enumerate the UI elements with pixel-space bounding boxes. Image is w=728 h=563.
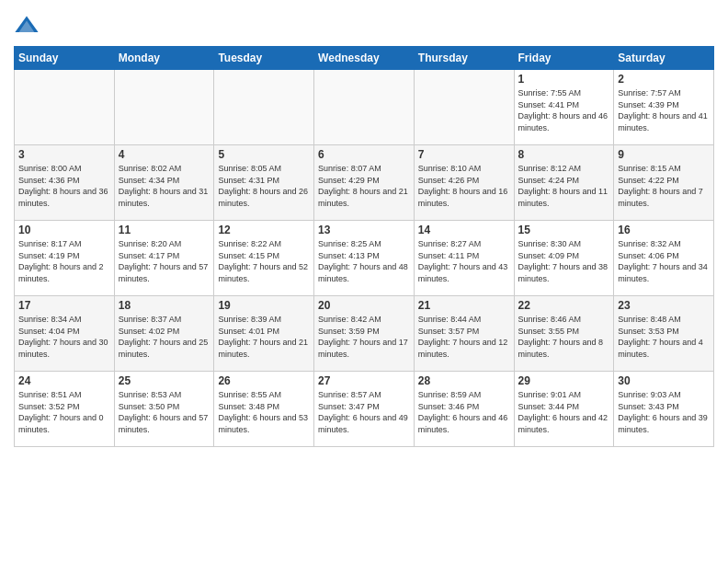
day-info: Sunrise: 9:01 AM Sunset: 3:44 PM Dayligh… [518,389,610,435]
day-info: Sunrise: 8:00 AM Sunset: 4:36 PM Dayligh… [18,163,110,209]
day-info: Sunrise: 8:55 AM Sunset: 3:48 PM Dayligh… [218,389,310,435]
calendar-cell: 4Sunrise: 8:02 AM Sunset: 4:34 PM Daylig… [114,145,214,221]
day-number: 28 [418,374,510,387]
calendar-cell: 2Sunrise: 7:57 AM Sunset: 4:39 PM Daylig… [614,70,714,145]
calendar-cell: 3Sunrise: 8:00 AM Sunset: 4:36 PM Daylig… [15,145,115,221]
day-info: Sunrise: 8:27 AM Sunset: 4:11 PM Dayligh… [418,238,510,284]
calendar-cell: 22Sunrise: 8:46 AM Sunset: 3:55 PM Dayli… [514,296,614,372]
weekday-header: Wednesday [314,47,415,70]
logo-icon [14,13,40,39]
day-info: Sunrise: 8:48 AM Sunset: 3:53 PM Dayligh… [618,314,710,360]
calendar-cell: 21Sunrise: 8:44 AM Sunset: 3:57 PM Dayli… [414,296,514,372]
calendar-cell: 25Sunrise: 8:53 AM Sunset: 3:50 PM Dayli… [114,372,214,447]
day-number: 23 [618,299,710,312]
calendar-cell: 30Sunrise: 9:03 AM Sunset: 3:43 PM Dayli… [614,372,714,447]
day-number: 30 [618,374,710,387]
day-info: Sunrise: 8:17 AM Sunset: 4:19 PM Dayligh… [18,238,110,284]
calendar-cell: 11Sunrise: 8:20 AM Sunset: 4:17 PM Dayli… [114,221,214,296]
calendar-row: 3Sunrise: 8:00 AM Sunset: 4:36 PM Daylig… [15,145,714,221]
day-number: 1 [518,73,610,86]
day-info: Sunrise: 8:46 AM Sunset: 3:55 PM Dayligh… [518,314,610,360]
day-number: 4 [119,148,210,161]
calendar-cell: 13Sunrise: 8:25 AM Sunset: 4:13 PM Dayli… [314,221,415,296]
day-number: 29 [518,374,610,387]
calendar-cell: 23Sunrise: 8:48 AM Sunset: 3:53 PM Dayli… [614,296,714,372]
day-number: 25 [119,374,210,387]
day-number: 22 [518,299,610,312]
calendar-cell: 19Sunrise: 8:39 AM Sunset: 4:01 PM Dayli… [214,296,314,372]
calendar-cell: 7Sunrise: 8:10 AM Sunset: 4:26 PM Daylig… [414,145,514,221]
day-info: Sunrise: 8:57 AM Sunset: 3:47 PM Dayligh… [318,389,410,435]
calendar-cell: 14Sunrise: 8:27 AM Sunset: 4:11 PM Dayli… [414,221,514,296]
calendar-cell: 18Sunrise: 8:37 AM Sunset: 4:02 PM Dayli… [114,296,214,372]
day-number: 24 [18,374,110,387]
day-info: Sunrise: 7:55 AM Sunset: 4:41 PM Dayligh… [518,87,610,133]
weekday-header: Saturday [614,47,714,70]
day-info: Sunrise: 8:37 AM Sunset: 4:02 PM Dayligh… [119,314,210,360]
day-info: Sunrise: 8:20 AM Sunset: 4:17 PM Dayligh… [119,238,210,284]
day-number: 12 [218,224,310,236]
day-info: Sunrise: 8:53 AM Sunset: 3:50 PM Dayligh… [119,389,210,435]
calendar-cell: 6Sunrise: 8:07 AM Sunset: 4:29 PM Daylig… [314,145,415,221]
day-info: Sunrise: 8:39 AM Sunset: 4:01 PM Dayligh… [218,314,310,360]
day-info: Sunrise: 8:59 AM Sunset: 3:46 PM Dayligh… [418,389,510,435]
day-number: 16 [618,224,710,236]
calendar-cell: 9Sunrise: 8:15 AM Sunset: 4:22 PM Daylig… [614,145,714,221]
calendar-cell [314,70,415,145]
day-number: 18 [119,299,210,312]
day-number: 20 [318,299,410,312]
day-info: Sunrise: 8:07 AM Sunset: 4:29 PM Dayligh… [318,163,410,209]
day-number: 10 [18,224,110,236]
calendar-row: 1Sunrise: 7:55 AM Sunset: 4:41 PM Daylig… [15,70,714,145]
day-number: 13 [318,224,410,236]
day-number: 5 [218,148,310,161]
calendar-cell [15,70,115,145]
weekday-header: Tuesday [214,47,314,70]
calendar-cell: 17Sunrise: 8:34 AM Sunset: 4:04 PM Dayli… [15,296,115,372]
calendar-cell [414,70,514,145]
calendar-cell: 26Sunrise: 8:55 AM Sunset: 3:48 PM Dayli… [214,372,314,447]
day-info: Sunrise: 8:25 AM Sunset: 4:13 PM Dayligh… [318,238,410,284]
calendar-cell: 1Sunrise: 7:55 AM Sunset: 4:41 PM Daylig… [514,70,614,145]
day-info: Sunrise: 8:32 AM Sunset: 4:06 PM Dayligh… [618,238,710,284]
day-number: 9 [618,148,710,161]
calendar-cell [114,70,214,145]
day-info: Sunrise: 8:05 AM Sunset: 4:31 PM Dayligh… [218,163,310,209]
calendar-cell: 20Sunrise: 8:42 AM Sunset: 3:59 PM Dayli… [314,296,415,372]
calendar-cell: 10Sunrise: 8:17 AM Sunset: 4:19 PM Dayli… [15,221,115,296]
day-number: 17 [18,299,110,312]
weekday-header: Monday [114,47,214,70]
calendar-row: 10Sunrise: 8:17 AM Sunset: 4:19 PM Dayli… [15,221,714,296]
day-number: 14 [418,224,510,236]
day-number: 15 [518,224,610,236]
calendar-table: SundayMondayTuesdayWednesdayThursdayFrid… [14,46,714,447]
logo [14,13,41,39]
page-header [14,9,714,39]
day-number: 27 [318,374,410,387]
header-row: SundayMondayTuesdayWednesdayThursdayFrid… [15,47,714,70]
calendar-cell: 16Sunrise: 8:32 AM Sunset: 4:06 PM Dayli… [614,221,714,296]
weekday-header: Friday [514,47,614,70]
day-info: Sunrise: 8:10 AM Sunset: 4:26 PM Dayligh… [418,163,510,209]
day-info: Sunrise: 8:22 AM Sunset: 4:15 PM Dayligh… [218,238,310,284]
day-number: 11 [119,224,210,236]
day-info: Sunrise: 8:34 AM Sunset: 4:04 PM Dayligh… [18,314,110,360]
day-info: Sunrise: 7:57 AM Sunset: 4:39 PM Dayligh… [618,87,710,133]
calendar-row: 17Sunrise: 8:34 AM Sunset: 4:04 PM Dayli… [15,296,714,372]
calendar-cell: 24Sunrise: 8:51 AM Sunset: 3:52 PM Dayli… [15,372,115,447]
day-info: Sunrise: 8:12 AM Sunset: 4:24 PM Dayligh… [518,163,610,209]
day-number: 19 [218,299,310,312]
day-info: Sunrise: 8:42 AM Sunset: 3:59 PM Dayligh… [318,314,410,360]
calendar-body: 1Sunrise: 7:55 AM Sunset: 4:41 PM Daylig… [15,70,714,447]
day-info: Sunrise: 8:30 AM Sunset: 4:09 PM Dayligh… [518,238,610,284]
day-number: 6 [318,148,410,161]
weekday-header: Sunday [15,47,115,70]
calendar-header: SundayMondayTuesdayWednesdayThursdayFrid… [15,47,714,70]
day-info: Sunrise: 8:02 AM Sunset: 4:34 PM Dayligh… [119,163,210,209]
calendar-cell: 15Sunrise: 8:30 AM Sunset: 4:09 PM Dayli… [514,221,614,296]
day-number: 7 [418,148,510,161]
weekday-header: Thursday [414,47,514,70]
day-number: 26 [218,374,310,387]
day-info: Sunrise: 8:15 AM Sunset: 4:22 PM Dayligh… [618,163,710,209]
day-number: 8 [518,148,610,161]
